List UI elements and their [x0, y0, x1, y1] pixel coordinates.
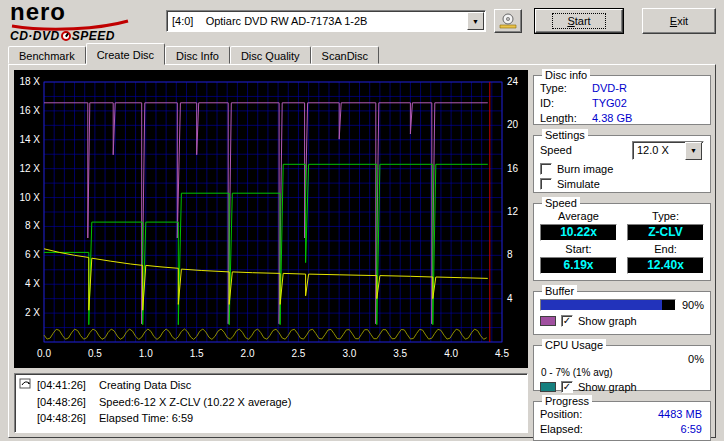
- tab-bar: Benchmark Create Disc Disc Info Disc Qua…: [8, 45, 379, 65]
- tab-disc-info[interactable]: Disc Info: [165, 46, 230, 64]
- svg-text:14 X: 14 X: [19, 134, 40, 145]
- buffer-graph-color-swatch: [540, 316, 556, 326]
- svg-text:3.5: 3.5: [393, 348, 407, 359]
- svg-text:6 X: 6 X: [25, 249, 40, 260]
- disc-id-value: TYG02: [592, 96, 627, 111]
- start-button-label: Start: [552, 13, 605, 29]
- svg-text:16: 16: [507, 163, 519, 174]
- speed-panel-title: Speed: [542, 197, 580, 209]
- position-value: 4483 MB: [658, 407, 704, 422]
- cpu-range-text: 0 - 7% (1% avg): [541, 367, 704, 378]
- drive-select[interactable]: [4:0] Optiarc DVD RW AD-7173A 1-2B ▼: [166, 10, 486, 32]
- disc-type-label: Type:: [540, 81, 592, 96]
- svg-text:2.5: 2.5: [291, 348, 305, 359]
- cpu-graph-color-swatch: [540, 382, 556, 392]
- create-disc-page: 18 X16 X14 X12 X10 X8 X6 X4 X2 X24201612…: [8, 64, 716, 438]
- elapsed-value: 6:59: [681, 422, 704, 437]
- buffer-title: Buffer: [542, 285, 577, 297]
- speed-panel: Speed Average Type: 10.22x Z-CLV Start: …: [533, 197, 711, 281]
- elapsed-label: Elapsed:: [540, 422, 600, 437]
- disc-info-title: Disc info: [542, 69, 590, 81]
- side-panels: Disc info Type:DVD-R ID:TYG02 Length:4.3…: [533, 69, 711, 441]
- svg-text:24: 24: [507, 76, 519, 87]
- speed-type-value: Z-CLV: [627, 224, 704, 241]
- log-text: Elapsed Time: 6:59: [99, 410, 193, 426]
- log-timestamp: [04:48:26]: [37, 410, 99, 426]
- log-timestamp: [04:41:26]: [37, 377, 99, 394]
- svg-text:8: 8: [507, 249, 513, 260]
- disc-type-value: DVD-R: [592, 81, 627, 96]
- log-line: [04:48:26] Elapsed Time: 6:59: [19, 410, 523, 426]
- log-line: [04:41:26] Creating Data Disc: [19, 377, 523, 394]
- log-line: [04:48:26] Speed:6-12 X Z-CLV (10.22 X a…: [19, 394, 523, 410]
- start-button-default-ring: Start: [534, 8, 624, 34]
- average-label: Average: [540, 210, 617, 222]
- checkbox-box[interactable]: [540, 178, 552, 190]
- cpu-usage-title: CPU Usage: [542, 339, 606, 351]
- simulate-checkbox[interactable]: Simulate: [540, 178, 704, 190]
- burn-image-checkbox[interactable]: Burn image: [540, 163, 704, 175]
- disc-info-panel: Disc info Type:DVD-R ID:TYG02 Length:4.3…: [533, 69, 711, 125]
- product-name: CD·DVDSPEED: [10, 29, 115, 43]
- svg-text:8 X: 8 X: [25, 220, 40, 231]
- start-button[interactable]: Start: [535, 9, 623, 33]
- speed-select-value: 12.0 X: [633, 143, 685, 158]
- log-text: Speed:6-12 X Z-CLV (10.22 X average): [99, 394, 291, 410]
- average-speed-value: 10.22x: [540, 224, 617, 241]
- cpu-usage-panel: CPU Usage 0% 0 - 7% (1% avg) ✓ Show grap…: [533, 339, 711, 391]
- simulate-label: Simulate: [557, 178, 600, 190]
- settings-panel: Settings Speed 12.0 X ▼ Burn image Simul…: [533, 129, 711, 193]
- checkbox-box[interactable]: [540, 163, 552, 175]
- hand-disc-icon: [498, 13, 518, 29]
- svg-text:10 X: 10 X: [19, 192, 40, 203]
- buffer-show-graph-label: Show graph: [578, 315, 637, 327]
- tab-disc-quality[interactable]: Disc Quality: [230, 46, 311, 64]
- svg-text:18 X: 18 X: [19, 76, 40, 87]
- svg-text:20: 20: [507, 119, 519, 130]
- svg-text:12 X: 12 X: [19, 163, 40, 174]
- disc-length-value: 4.38 GB: [592, 111, 632, 126]
- tab-scandisc[interactable]: ScanDisc: [311, 46, 379, 64]
- log-entry-icon: [19, 377, 37, 394]
- svg-text:4 X: 4 X: [25, 278, 40, 289]
- cpu-show-graph-label: Show graph: [578, 381, 637, 393]
- end-label: End:: [627, 243, 704, 255]
- buffer-bar: [540, 299, 676, 311]
- log-text: Creating Data Disc: [99, 377, 191, 394]
- svg-text:1.0: 1.0: [139, 348, 153, 359]
- drive-select-value: [4:0] Optiarc DVD RW AD-7173A 1-2B: [167, 15, 467, 27]
- checkbox-box[interactable]: ✓: [561, 381, 573, 393]
- progress-panel: Progress Position:4483 MB Elapsed:6:59: [533, 395, 711, 441]
- checkbox-box[interactable]: ✓: [561, 315, 573, 327]
- svg-text:2.0: 2.0: [241, 348, 255, 359]
- buffer-panel: Buffer 90% ✓ Show graph: [533, 285, 711, 335]
- svg-text:4.5: 4.5: [495, 348, 509, 359]
- start-label: Start:: [540, 243, 617, 255]
- load-disc-button[interactable]: [494, 9, 522, 33]
- cpu-show-graph-checkbox[interactable]: ✓ Show graph: [540, 381, 704, 393]
- tab-create-disc[interactable]: Create Disc: [86, 43, 165, 65]
- buffer-show-graph-checkbox[interactable]: ✓ Show graph: [540, 315, 704, 327]
- chevron-down-icon[interactable]: ▼: [467, 12, 484, 30]
- cpu-percent: 0%: [688, 353, 704, 365]
- product-name-right: SPEED: [72, 29, 115, 43]
- svg-text:4: 4: [507, 293, 513, 304]
- log-timestamp: [04:48:26]: [37, 394, 99, 410]
- settings-title: Settings: [542, 129, 588, 141]
- svg-text:0.0: 0.0: [37, 348, 51, 359]
- speed-select[interactable]: 12.0 X ▼: [632, 141, 704, 160]
- nero-logo: nero CD·DVDSPEED: [10, 1, 160, 43]
- speed-chart: 18 X16 X14 X12 X10 X8 X6 X4 X2 X24201612…: [14, 70, 528, 368]
- position-label: Position:: [540, 407, 600, 422]
- progress-title: Progress: [542, 395, 592, 407]
- buffer-percent: 90%: [682, 299, 704, 311]
- exit-button[interactable]: Exit: [642, 8, 716, 34]
- disc-id-label: ID:: [540, 96, 592, 111]
- type-label: Type:: [627, 210, 704, 222]
- speed-chart-area: 18 X16 X14 X12 X10 X8 X6 X4 X2 X24201612…: [14, 70, 528, 368]
- svg-text:1.5: 1.5: [190, 348, 204, 359]
- tab-benchmark[interactable]: Benchmark: [8, 46, 86, 64]
- start-speed-value: 6.19x: [540, 257, 617, 274]
- nero-cd-dvd-speed-window: nero CD·DVDSPEED [4:0] Optiarc DVD RW AD…: [0, 0, 724, 441]
- chevron-down-icon[interactable]: ▼: [685, 142, 702, 160]
